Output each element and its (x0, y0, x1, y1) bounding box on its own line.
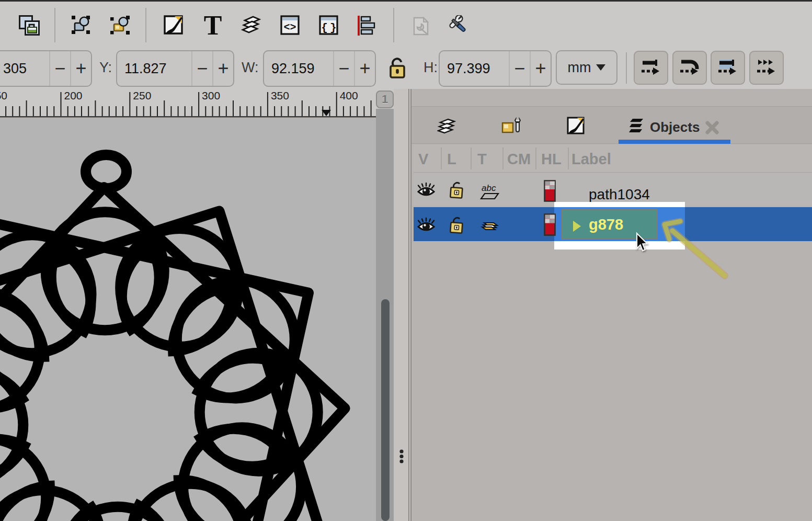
svg-text:200: 200 (64, 89, 83, 101)
svg-text:300: 300 (202, 89, 220, 101)
svg-text:150: 150 (0, 89, 7, 101)
svg-text:400: 400 (340, 89, 358, 101)
svg-text:350: 350 (271, 89, 289, 101)
svg-text:abc: abc (482, 183, 496, 193)
svg-text:250: 250 (133, 89, 151, 101)
